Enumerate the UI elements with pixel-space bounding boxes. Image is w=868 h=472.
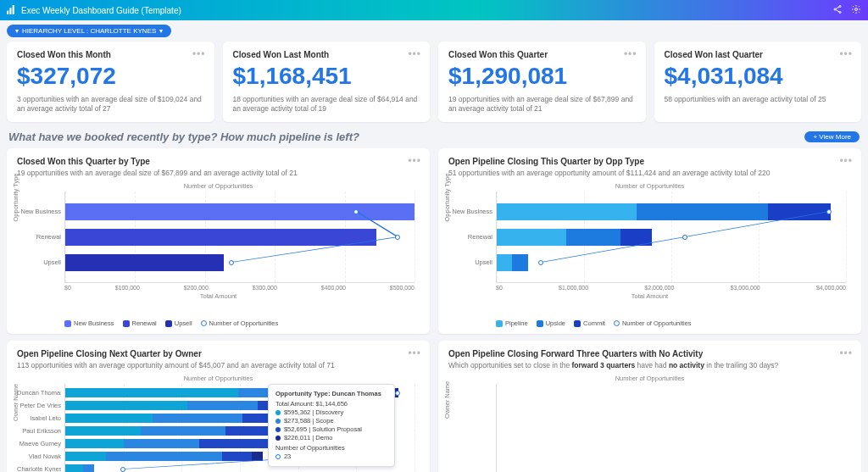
plot: Number of Opportunities Owner Name Total… (448, 375, 851, 472)
x-ticks: $0$1,000,000$2,000,000$3,000,000$4,000,0… (496, 285, 846, 291)
charts-row-2: ••• Open Pipeline Closing Next Quarter b… (0, 341, 868, 472)
plot-area[interactable]: Opportunity Type: Duncan Thomas Total Am… (64, 384, 415, 472)
top-axis-title: Number of Opportunities (448, 375, 851, 382)
chart-title: Open Pipeline Closing This Quarter by Op… (448, 157, 851, 166)
y-axis-title: Owner Name (443, 380, 451, 418)
chart-open-pipeline-next-quarter-by-owner: ••• Open Pipeline Closing Next Quarter b… (7, 341, 430, 472)
chart-tooltip: Opportunity Type: Duncan Thomas Total Am… (268, 384, 395, 467)
legend-item[interactable]: Number of Opportunities (201, 319, 279, 327)
view-more-button[interactable]: + View More (804, 131, 860, 142)
plot: Number of Opportunities Opportunity Type… (448, 182, 851, 301)
top-axis-title: Number of Opportunities (17, 375, 420, 382)
kpi-cards: ••• Closed Won this Month $327,072 3 opp… (0, 42, 868, 122)
top-axis-title: Number of Opportunities (17, 182, 420, 190)
top-bar: Exec Weekly Dashboard Guide (Template) (0, 0, 868, 20)
kpi-value: $4,031,084 (665, 63, 852, 90)
legend: New Business Renewal Upsell Number of Op… (64, 319, 420, 327)
svg-rect-2 (13, 5, 14, 14)
card-menu-icon[interactable]: ••• (408, 48, 421, 60)
svg-point-6 (855, 8, 858, 10)
kpi-desc: 3 opportunities with an average deal siz… (17, 95, 204, 114)
chart-closed-won-by-type: ••• Closed Won this Quarter by Type 19 o… (7, 148, 430, 334)
x-axis-title: Total Amount (17, 292, 420, 300)
kpi-title: Closed Won this Quarter (448, 50, 636, 59)
legend-item[interactable]: Pipeline (496, 319, 528, 327)
legend-item[interactable]: Renewal (123, 319, 157, 327)
page-title: Exec Weekly Dashboard Guide (Template) (21, 6, 181, 15)
kpi-desc: 19 opportunities with an average deal si… (448, 95, 636, 114)
filter-row: ▾ HIERARCHY LEVEL : CHARLOTTE KYNES ▾ (0, 20, 868, 42)
plot: Number of Opportunities Opportunity Type… (17, 182, 420, 301)
kpi-desc: 18 opportunities with an average deal si… (233, 95, 420, 114)
chevron-down-icon: ▾ (159, 27, 163, 35)
card-menu-icon[interactable]: ••• (408, 347, 421, 359)
chart-subtitle: 19 opportunities with an average deal si… (17, 169, 420, 177)
kpi-value: $1,290,081 (448, 63, 636, 90)
chart-open-pipeline-this-quarter: ••• Open Pipeline Closing This Quarter b… (438, 148, 861, 334)
x-ticks: $0$100,000$200,000$300,000$400,000$500,0… (64, 285, 415, 291)
x-axis-title: Total Amount (448, 292, 851, 300)
kpi-card: ••• Closed Won this Quarter $1,290,081 1… (438, 42, 646, 122)
funnel-icon: ▾ (15, 27, 19, 35)
chart-title: Open Pipeline Closing Forward Three Quar… (448, 349, 851, 358)
kpi-title: Closed Won this Month (17, 50, 204, 59)
kpi-value: $327,072 (17, 63, 204, 90)
legend-item[interactable]: New Business (64, 319, 114, 327)
legend-item[interactable]: Upside (537, 319, 565, 327)
plot-area[interactable] (496, 192, 846, 283)
chart-subtitle: 113 opportunities with an average opport… (17, 361, 420, 369)
legend-item[interactable]: Upsell (165, 319, 192, 327)
kpi-card: ••• Closed Won this Month $327,072 3 opp… (7, 42, 214, 122)
top-axis-title: Number of Opportunities (448, 182, 851, 190)
card-menu-icon[interactable]: ••• (192, 48, 206, 60)
plot: Number of Opportunities Owner Name Dunca… (17, 375, 420, 472)
svg-rect-0 (7, 10, 8, 14)
svg-point-3 (839, 5, 841, 7)
kpi-card: ••• Closed Won Last Month $1,168,451 18 … (223, 42, 431, 122)
svg-rect-1 (9, 8, 11, 14)
legend-item[interactable]: Commit (574, 319, 605, 327)
chart-subtitle: 51 opportunities with an average opportu… (448, 169, 851, 177)
card-menu-icon[interactable]: ••• (624, 48, 637, 60)
kpi-card: ••• Closed Won last Quarter $4,031,084 5… (654, 42, 862, 122)
svg-point-5 (839, 11, 841, 13)
share-icon[interactable] (832, 4, 843, 17)
card-menu-icon[interactable]: ••• (839, 48, 853, 60)
chart-icon (7, 5, 16, 16)
gear-icon[interactable] (851, 4, 861, 17)
hierarchy-filter-pill[interactable]: ▾ HIERARCHY LEVEL : CHARLOTTE KYNES ▾ (7, 25, 171, 37)
chart-subtitle: Which opportunities set to close in the … (448, 361, 851, 369)
kpi-title: Closed Won Last Month (233, 50, 420, 59)
card-menu-icon[interactable]: ••• (839, 155, 853, 167)
legend: Pipeline Upside Commit Number of Opportu… (496, 319, 851, 327)
kpi-value: $1,168,451 (233, 63, 420, 90)
chart-open-pipeline-no-activity: ••• Open Pipeline Closing Forward Three … (438, 341, 861, 472)
svg-point-4 (834, 8, 836, 10)
charts-row-1: ••• Closed Won this Quarter by Type 19 o… (0, 148, 868, 341)
legend-item[interactable]: Number of Opportunities (614, 319, 692, 327)
card-menu-icon[interactable]: ••• (408, 155, 421, 167)
section-title-text: What have we booked recently by type? Ho… (8, 130, 359, 143)
chart-title: Closed Won this Quarter by Type (17, 157, 420, 166)
kpi-desc: 58 opportunities with an average activit… (665, 95, 852, 104)
kpi-title: Closed Won last Quarter (665, 50, 852, 59)
chart-title: Open Pipeline Closing Next Quarter by Ow… (17, 349, 420, 358)
card-menu-icon[interactable]: ••• (839, 347, 853, 359)
plot-area[interactable] (64, 192, 415, 283)
section-header: What have we booked recently by type? Ho… (0, 122, 868, 148)
plot-area[interactable] (496, 384, 846, 472)
